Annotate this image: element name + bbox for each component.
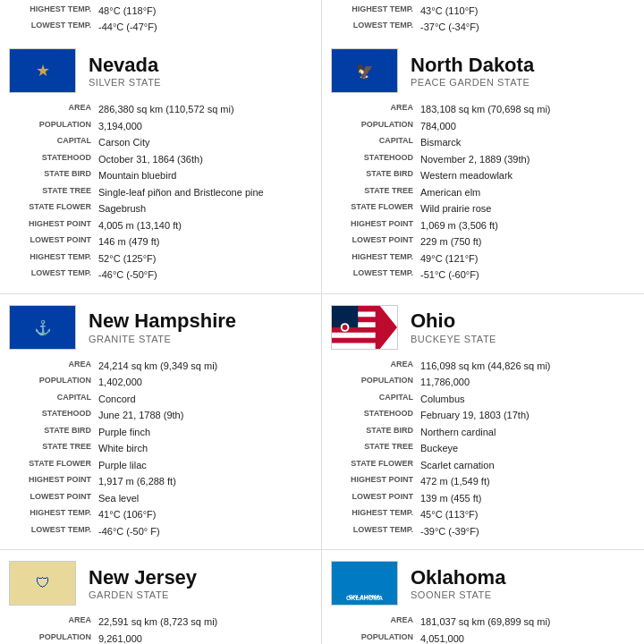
nh-lp-label: LOWEST POINT [9, 491, 98, 506]
ok-name: Oklahoma [411, 566, 505, 589]
nd-area-label: AREA [331, 102, 420, 117]
nj-flag [9, 561, 76, 606]
page: HIGHEST TEMP. 48°C (118°F) LOWEST TEMP. … [0, 0, 644, 644]
nd-nickname: PEACE GARDEN STATE [411, 77, 534, 88]
nh-state-value: June 21, 1788 (9th) [98, 408, 312, 423]
nh-area-label: AREA [9, 359, 98, 374]
ohio-details: AREA116,098 sq km (44,826 sq mi) POPULAT… [331, 359, 635, 539]
nj-pop-label: POPULATION [9, 631, 98, 645]
ohio-nickname: BUCKEYE STATE [411, 334, 496, 344]
nj-name: New Jersey [89, 566, 197, 589]
right-low-label: LOWEST TEMP. [331, 20, 420, 35]
nd-section: North Dakota PEACE GARDEN STATE AREA183,… [322, 38, 644, 294]
nh-ht-value: 41°C (106°F) [98, 507, 312, 522]
left-top-temps: HIGHEST TEMP. 48°C (118°F) LOWEST TEMP. … [0, 0, 321, 38]
nj-section: New Jersey GARDEN STATE AREA22,591 sq km… [0, 550, 321, 644]
nevada-header: Nevada SILVER STATE [9, 48, 312, 93]
nevada-details: AREA286,380 sq km (110,572 sq mi) POPULA… [9, 102, 312, 283]
nd-lp-value: 229 m (750 ft) [420, 234, 635, 250]
ok-section: OKLAHOMA Oklahoma SOONER STATE AREA181,0… [322, 550, 644, 644]
nevada-bird-label: STATE BIRD [9, 168, 98, 183]
nh-name: New Hampshire [89, 309, 236, 333]
svg-marker-4 [332, 343, 376, 349]
nd-flower-label: STATE FLOWER [331, 201, 420, 216]
nd-lt-value: -51°C (-60°F) [420, 267, 635, 283]
nevada-name: Nevada [89, 54, 161, 77]
nd-tree-value: American elm [420, 185, 635, 200]
nevada-flower-label: STATE FLOWER [9, 201, 98, 216]
nevada-lp-value: 146 m (479 ft) [98, 234, 312, 250]
ohio-area-value: 116,098 sq km (44,826 sq mi) [420, 359, 635, 374]
nevada-tree-value: Single-leaf piñon and Bristlecone pine [98, 185, 312, 200]
ohio-flower-label: STATE FLOWER [331, 458, 420, 473]
nevada-bird-value: Mountain bluebird [98, 168, 312, 183]
nevada-lp-label: LOWEST POINT [9, 234, 98, 250]
ohio-tree-label: STATE TREE [331, 441, 420, 456]
ohio-tree-value: Buckeye [420, 441, 635, 456]
nd-pop-value: 784,000 [420, 119, 635, 134]
ok-header: OKLAHOMA Oklahoma SOONER STATE [331, 561, 635, 606]
nh-lp-value: Sea level [98, 491, 312, 506]
nevada-area-value: 286,380 sq km (110,572 sq mi) [98, 102, 312, 117]
nh-hp-label: HIGHEST POINT [9, 474, 98, 489]
nh-flag [9, 305, 76, 350]
nh-tree-value: White birch [98, 441, 312, 456]
nd-cap-value: Bismarck [420, 135, 635, 150]
nj-title: New Jersey GARDEN STATE [89, 566, 197, 600]
ohio-lt-label: LOWEST TEMP. [331, 524, 420, 539]
nj-nickname: GARDEN STATE [89, 589, 197, 600]
nevada-hp-value: 4,005 m (13,140 ft) [98, 218, 312, 233]
nevada-lt-value: -46°C (-50°F) [98, 267, 312, 283]
nd-ht-label: HIGHEST TEMP. [331, 251, 420, 267]
nh-lt-label: LOWEST TEMP. [9, 524, 98, 539]
nevada-cap-label: CAPITAL [9, 135, 98, 150]
ohio-hp-value: 472 m (1,549 ft) [420, 474, 635, 489]
ohio-pop-label: POPULATION [331, 375, 420, 390]
ohio-pop-value: 11,786,000 [420, 375, 635, 390]
nd-state-label: STATEHOOD [331, 152, 420, 167]
ohio-lt-value: -39°C (-39°F) [420, 524, 635, 539]
nh-nickname: GRANITE STATE [89, 334, 236, 344]
nh-details: AREA24,214 sq km (9,349 sq mi) POPULATIO… [9, 359, 312, 539]
nj-area-label: AREA [9, 614, 98, 630]
nh-header: New Hampshire GRANITE STATE [9, 305, 312, 350]
nevada-area-label: AREA [9, 102, 98, 117]
ohio-area-label: AREA [331, 359, 420, 374]
nevada-flower-value: Sagebrush [98, 201, 312, 216]
ok-pop-value: 4,051,000 [420, 631, 635, 645]
nd-flower-value: Wild prairie rose [420, 201, 635, 216]
ohio-title: Ohio BUCKEYE STATE [411, 309, 496, 343]
nd-cap-label: CAPITAL [331, 135, 420, 150]
nh-flower-label: STATE FLOWER [9, 458, 98, 473]
ok-flag: OKLAHOMA [331, 561, 398, 606]
nd-hp-label: HIGHEST POINT [331, 218, 420, 233]
ohio-cap-value: Columbus [420, 392, 635, 407]
nevada-cap-value: Carson City [98, 135, 312, 150]
nh-pop-label: POPULATION [9, 375, 98, 390]
right-high-label: HIGHEST TEMP. [331, 4, 420, 19]
nd-name: North Dakota [411, 54, 534, 77]
left-low-value: -44°C (-47°F) [98, 20, 312, 35]
nh-section: New Hampshire GRANITE STATE AREA24,214 s… [0, 294, 321, 551]
nj-area-value: 22,591 sq km (8,723 sq mi) [98, 614, 312, 630]
nevada-pop-value: 3,194,000 [98, 119, 312, 134]
nevada-pop-label: POPULATION [9, 119, 98, 134]
left-low-label: LOWEST TEMP. [9, 20, 98, 35]
nh-pop-value: 1,402,000 [98, 375, 312, 390]
ohio-flower-value: Scarlet carnation [420, 458, 635, 473]
ok-area-label: AREA [331, 614, 420, 630]
ohio-bird-label: STATE BIRD [331, 425, 420, 440]
ok-area-value: 181,037 sq km (69,899 sq mi) [420, 614, 635, 630]
ohio-lp-label: LOWEST POINT [331, 491, 420, 506]
left-high-label: HIGHEST TEMP. [9, 4, 98, 19]
nd-ht-value: 49°C (121°F) [420, 251, 635, 267]
ohio-flag [331, 305, 398, 350]
ohio-hp-label: HIGHEST POINT [331, 474, 420, 489]
nh-flower-value: Purple lilac [98, 458, 312, 473]
nh-title: New Hampshire GRANITE STATE [89, 309, 236, 343]
nh-tree-label: STATE TREE [9, 441, 98, 456]
nh-state-label: STATEHOOD [9, 408, 98, 423]
nd-bird-value: Western meadowlark [420, 168, 635, 183]
ohio-ht-value: 45°C (113°F) [420, 507, 635, 522]
nh-cap-value: Concord [98, 392, 312, 407]
